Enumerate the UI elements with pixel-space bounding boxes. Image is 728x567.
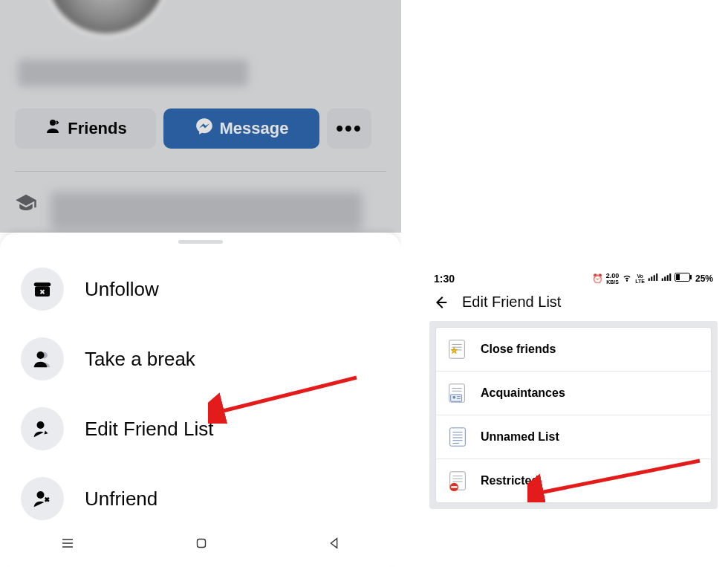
net-speed: 2.00: [606, 273, 620, 279]
svg-rect-8: [197, 540, 205, 548]
svg-rect-19: [676, 274, 680, 280]
more-button[interactable]: •••: [327, 108, 371, 149]
education-row: [15, 192, 363, 230]
svg-rect-1: [34, 282, 51, 286]
list-item-label: Acquaintances: [481, 386, 565, 400]
messenger-icon: [195, 117, 214, 140]
sheet-item-label: Unfriend: [85, 487, 157, 511]
svg-rect-14: [662, 278, 663, 281]
person-shadow-icon: [21, 337, 64, 380]
profile-header-area: Friends Message •••: [0, 0, 401, 233]
svg-point-29: [452, 396, 455, 399]
svg-point-5: [37, 351, 45, 359]
edit-friend-list-screen: 1:30 ⏰ 2.00 KB/S Vo LTE 25%: [423, 268, 724, 542]
list-item-restricted[interactable]: Restricted: [436, 459, 711, 502]
svg-rect-10: [649, 278, 650, 281]
svg-rect-17: [669, 273, 671, 281]
divider: [15, 171, 386, 172]
avatar: [43, 0, 169, 37]
svg-rect-16: [667, 275, 669, 281]
person-pencil-icon: [21, 407, 64, 450]
nav-back-icon[interactable]: [326, 535, 342, 554]
message-label: Message: [220, 119, 289, 138]
svg-point-0: [50, 120, 56, 126]
nav-home-icon[interactable]: [193, 535, 209, 554]
signal-icon: [648, 272, 658, 285]
status-time: 1:30: [434, 273, 455, 285]
status-bar: 1:30 ⏰ 2.00 KB/S Vo LTE 25%: [423, 268, 724, 286]
person-x-icon: [21, 477, 64, 520]
svg-rect-15: [664, 276, 666, 281]
battery-pct: 25%: [695, 273, 713, 284]
sheet-item-take-break[interactable]: Take a break: [0, 324, 401, 394]
friends-button[interactable]: Friends: [15, 108, 156, 149]
sheet-item-unfollow[interactable]: Unfollow: [0, 254, 401, 324]
signal-icon-2: [661, 272, 672, 285]
sheet-item-label: Unfollow: [85, 278, 159, 301]
message-button[interactable]: Message: [163, 108, 319, 149]
list-item-label: Unnamed List: [481, 430, 559, 444]
svg-rect-13: [656, 273, 657, 281]
more-label: •••: [336, 117, 362, 140]
sheet-item-edit-friend-list[interactable]: Edit Friend List: [0, 394, 401, 464]
nav-menu-icon[interactable]: [59, 534, 77, 555]
svg-point-7: [37, 491, 45, 499]
list-item-close-friends[interactable]: Close friends: [436, 328, 711, 372]
graduation-cap-icon: [15, 192, 37, 214]
prohibit-list-icon: [446, 470, 469, 492]
svg-rect-12: [654, 275, 655, 281]
net-unit: KB/S: [606, 279, 619, 285]
sheet-item-label: Take a break: [85, 348, 195, 371]
plain-list-icon: [446, 426, 469, 448]
svg-rect-43: [451, 486, 457, 487]
svg-point-6: [37, 421, 45, 429]
id-list-icon: [446, 382, 469, 404]
archive-x-icon: [21, 268, 64, 311]
friends-icon: [44, 117, 62, 140]
list-item-label: Restricted: [481, 474, 539, 487]
star-list-icon: [446, 338, 469, 360]
svg-rect-28: [451, 395, 462, 401]
list-item-unnamed-list[interactable]: Unnamed List: [436, 415, 711, 459]
profile-screen: Friends Message •••: [0, 0, 401, 567]
list-item-acquaintances[interactable]: Acquaintances: [436, 372, 711, 415]
education-text-redacted: [51, 192, 363, 230]
friend-lists: Close friends Acquaintances Unnamed List…: [435, 327, 712, 503]
status-icons: ⏰ 2.00 KB/S Vo LTE 25%: [592, 272, 713, 285]
friends-label: Friends: [68, 119, 126, 138]
sheet-item-label: Edit Friend List: [85, 418, 213, 441]
friend-options-sheet: Unfollow Take a break Edit Friend List U…: [0, 233, 401, 567]
battery-icon: [675, 273, 692, 284]
list-item-label: Close friends: [481, 343, 556, 356]
alarm-icon: ⏰: [592, 273, 603, 284]
screen-header: Edit Friend List: [423, 286, 724, 321]
lte-label: LTE: [635, 279, 645, 284]
svg-rect-11: [651, 276, 652, 281]
wifi-icon: [622, 272, 632, 285]
page-title: Edit Friend List: [462, 294, 561, 311]
svg-rect-20: [690, 275, 692, 279]
sheet-handle[interactable]: [178, 240, 223, 244]
profile-name-redacted: [18, 59, 248, 86]
system-nav-bar: [0, 522, 401, 567]
back-icon[interactable]: [432, 294, 449, 311]
